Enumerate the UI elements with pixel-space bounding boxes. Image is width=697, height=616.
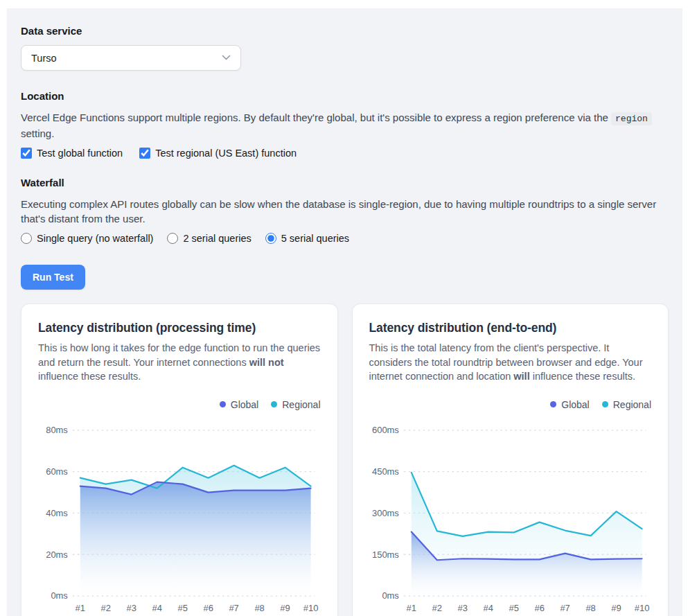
global-legend-label: Global — [561, 399, 589, 410]
test-global-checkbox[interactable] — [21, 148, 32, 159]
checkbox-test-regional-label: Test regional (US East) function — [155, 148, 297, 159]
svg-text:#4: #4 — [483, 603, 493, 613]
end-to-end-desc-suffix: influence these results. — [530, 371, 635, 382]
svg-text:#8: #8 — [254, 603, 264, 613]
single-query-radio[interactable] — [21, 233, 32, 244]
svg-text:#7: #7 — [560, 603, 570, 613]
end-to-end-title: Latency distribution (end-to-end) — [369, 321, 652, 335]
location-checkbox-row: Test global function Test regional (US E… — [21, 148, 669, 159]
test-regional-checkbox[interactable] — [139, 148, 150, 159]
radio-5-serial-queries[interactable]: 5 serial queries — [265, 233, 349, 244]
regional-legend-label: Regional — [613, 399, 651, 410]
svg-text:0ms: 0ms — [51, 590, 67, 601]
location-section: Location Vercel Edge Functions support m… — [21, 90, 669, 159]
svg-text:#3: #3 — [457, 603, 467, 613]
svg-text:#9: #9 — [611, 603, 621, 613]
regional-legend-dot — [602, 401, 608, 407]
legend-item-regional: Regional — [602, 399, 651, 410]
svg-text:#6: #6 — [534, 603, 544, 613]
legend-item-regional: Regional — [271, 399, 320, 410]
svg-text:#2: #2 — [101, 603, 111, 613]
processing-time-card: Latency distribution (processing time) T… — [21, 303, 338, 616]
radio-single-query-label: Single query (no waterfall) — [37, 233, 153, 244]
svg-text:150ms: 150ms — [372, 549, 399, 560]
chevron-down-icon — [222, 55, 231, 61]
svg-text:600ms: 600ms — [372, 425, 399, 435]
svg-text:450ms: 450ms — [372, 466, 399, 477]
svg-text:#9: #9 — [280, 603, 290, 613]
svg-text:#6: #6 — [203, 603, 213, 613]
checkbox-test-global-label: Test global function — [37, 148, 123, 159]
svg-text:#10: #10 — [634, 603, 649, 613]
end-to-end-description: This is the total latency from the clien… — [369, 341, 652, 384]
svg-text:#2: #2 — [432, 603, 441, 613]
radio-single-query[interactable]: Single query (no waterfall) — [21, 233, 153, 244]
waterfall-description: Executing complex API routes globally ca… — [21, 197, 669, 227]
svg-text:#1: #1 — [406, 603, 416, 613]
processing-time-chart: 0ms20ms40ms60ms80ms#1#2#3#4#5#6#7#8#9#10 — [38, 414, 321, 616]
processing-time-description: This is how long it takes for the edge f… — [38, 341, 321, 384]
svg-text:80ms: 80ms — [46, 425, 68, 435]
svg-text:#8: #8 — [585, 603, 595, 613]
regional-legend-dot — [271, 401, 277, 407]
svg-text:#5: #5 — [509, 603, 518, 613]
two-serial-queries-radio[interactable] — [167, 233, 178, 244]
waterfall-section: Waterfall Executing complex API routes g… — [21, 177, 669, 245]
location-heading: Location — [21, 90, 669, 102]
run-test-button[interactable]: Run Test — [21, 265, 85, 290]
data-service-heading: Data service — [21, 25, 669, 37]
svg-text:0ms: 0ms — [382, 590, 398, 601]
radio-5-serial-queries-label: 5 serial queries — [281, 233, 349, 244]
region-code-chip: region — [611, 112, 652, 125]
legend-item-global: Global — [550, 399, 589, 410]
svg-text:40ms: 40ms — [46, 508, 68, 518]
global-legend-label: Global — [231, 399, 258, 410]
end-to-end-chart: 0ms150ms300ms450ms600ms#1#2#3#4#5#6#7#8#… — [369, 414, 652, 616]
regional-legend-label: Regional — [282, 399, 320, 410]
processing-time-legend: Global Regional — [38, 399, 321, 410]
data-service-section: Data service Turso — [21, 25, 669, 71]
location-description: Vercel Edge Functions support multiple r… — [21, 110, 669, 141]
global-legend-dot — [550, 401, 556, 407]
waterfall-radio-row: Single query (no waterfall) 2 serial que… — [21, 233, 669, 244]
svg-text:#4: #4 — [152, 603, 162, 613]
svg-text:#3: #3 — [127, 603, 136, 613]
legend-item-global: Global — [220, 399, 258, 410]
processing-time-desc-suffix: influence these results. — [38, 371, 141, 382]
end-to-end-desc-bold: will — [513, 371, 529, 382]
waterfall-heading: Waterfall — [21, 177, 669, 188]
checkbox-test-global[interactable]: Test global function — [21, 148, 123, 159]
svg-text:300ms: 300ms — [372, 508, 399, 518]
svg-text:#7: #7 — [229, 603, 238, 613]
svg-text:#10: #10 — [303, 603, 319, 613]
end-to-end-card: Latency distribution (end-to-end) This i… — [352, 303, 669, 616]
location-description-suffix: setting. — [21, 127, 54, 139]
svg-text:20ms: 20ms — [46, 549, 68, 560]
radio-2-serial-queries[interactable]: 2 serial queries — [167, 233, 251, 244]
end-to-end-legend: Global Regional — [369, 399, 652, 410]
radio-2-serial-queries-label: 2 serial queries — [183, 233, 251, 244]
svg-text:60ms: 60ms — [46, 466, 68, 477]
svg-text:#5: #5 — [177, 603, 187, 613]
charts-row: Latency distribution (processing time) T… — [21, 303, 669, 616]
checkbox-test-regional[interactable]: Test regional (US East) function — [139, 148, 297, 159]
data-service-select-value: Turso — [31, 53, 57, 64]
svg-text:#1: #1 — [76, 603, 85, 613]
five-serial-queries-radio[interactable] — [265, 233, 276, 244]
location-description-text: Vercel Edge Functions support multiple r… — [21, 112, 608, 123]
data-service-select[interactable]: Turso — [21, 45, 241, 71]
processing-time-desc-bold: will not — [249, 357, 284, 368]
main-panel: Data service Turso Location Vercel Edge … — [7, 8, 682, 616]
global-legend-dot — [220, 401, 226, 407]
processing-time-title: Latency distribution (processing time) — [38, 321, 321, 335]
